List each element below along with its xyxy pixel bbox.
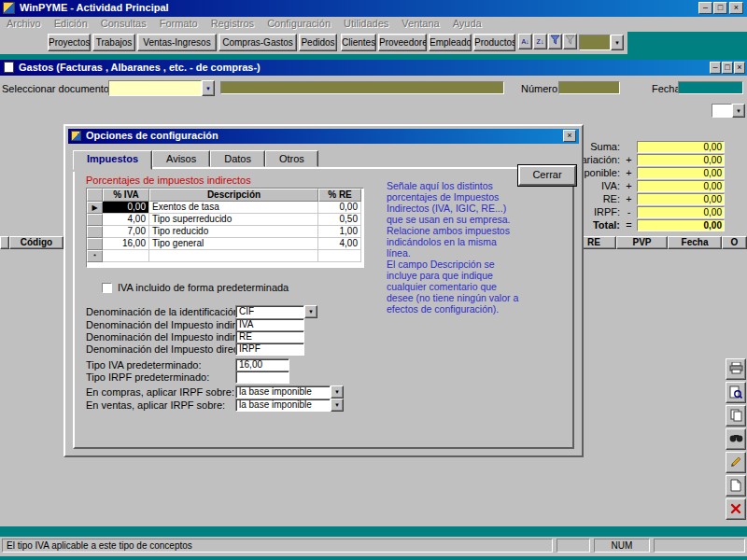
cell-descripcion[interactable]: Tipo general [149, 238, 318, 250]
tab-impuestos[interactable]: Impuestos [73, 150, 152, 170]
tab-avisos[interactable]: Avisos [152, 150, 210, 167]
sort-ascending-icon[interactable]: A↓ [518, 34, 532, 49]
field-input[interactable]: RE [235, 330, 304, 343]
menu-item-ventana[interactable]: Ventana [395, 17, 445, 30]
tax-row[interactable]: 4,00Tipo superreducido0,50 [87, 214, 363, 226]
field-denominacion-del-impuesto-directo[interactable]: IRPF [235, 343, 304, 356]
toolbar-button-pedidos[interactable]: Pedidos [299, 34, 337, 51]
cell-iva[interactable]: 16,00 [103, 238, 149, 250]
toolbar-combo[interactable]: ▼ [579, 35, 624, 50]
field-en-ventas-aplicar-irpf-sobre[interactable]: la base imponible▼ [235, 399, 344, 412]
child-minimize-button[interactable]: – [710, 62, 721, 74]
document-combo-value[interactable] [108, 80, 202, 96]
toolbar-button-trabajos[interactable]: Trabajos [92, 34, 135, 51]
tax-row[interactable]: 7,00Tipo reducido1,00 [87, 226, 363, 238]
delete-button[interactable] [726, 498, 746, 520]
sort-descending-icon[interactable]: Z↓ [533, 34, 547, 49]
menu-item-configuracion[interactable]: Configuración [261, 17, 337, 30]
field-input[interactable] [235, 371, 289, 384]
menu-item-ayuda[interactable]: Ayuda [446, 17, 488, 30]
field-input[interactable]: CIF [235, 305, 304, 318]
toolbar-button-empleados[interactable]: Empleados [429, 34, 472, 51]
cell-empty[interactable] [103, 250, 149, 262]
document-combo[interactable]: ▼ [108, 80, 215, 96]
cell-descripcion[interactable]: Tipo reducido [149, 226, 318, 238]
field-input[interactable]: IVA [235, 318, 304, 331]
menu-item-formato[interactable]: Formato [153, 17, 204, 30]
preview-button[interactable] [726, 382, 746, 403]
search-button[interactable] [726, 428, 746, 450]
toolbar-button-compras-gastos[interactable]: Compras-Gastos [218, 34, 297, 51]
toolbar-combo-value[interactable] [579, 35, 611, 50]
filter-remove-icon[interactable] [563, 34, 577, 49]
grid-col-fecha: Fecha [668, 236, 722, 249]
cell-descripcion[interactable]: Tipo superreducido [149, 214, 318, 226]
new-row-icon[interactable]: * [87, 250, 103, 262]
cell-re[interactable]: 0,00 [318, 202, 361, 214]
edit-button[interactable] [726, 452, 746, 473]
tab-datos[interactable]: Datos [210, 150, 265, 167]
row-selector[interactable] [87, 238, 103, 250]
tax-row[interactable]: ▶0,00Exentos de tasa0,00 [87, 202, 363, 214]
menu-item-registros[interactable]: Registros [204, 17, 261, 30]
dialog-close-icon[interactable]: × [563, 130, 576, 142]
total-field: 0,00 [637, 180, 725, 192]
copy-button[interactable] [726, 405, 746, 427]
field-denominacion-del-impuesto-indirecto-2[interactable]: RE [235, 330, 304, 343]
cerrar-button[interactable]: Cerrar [518, 165, 576, 186]
menu-item-edicion[interactable]: Edición [48, 17, 94, 30]
field-denominacion-de-la-identificacion-fiscal[interactable]: CIF▼ [235, 305, 317, 318]
chevron-down-icon[interactable]: ▼ [331, 399, 344, 412]
field-input[interactable]: la base imponible [235, 385, 331, 399]
field-input[interactable]: la base imponible [235, 399, 331, 412]
child-restore-button[interactable]: □ [722, 62, 733, 74]
document-icon [4, 62, 14, 73]
chevron-down-icon[interactable]: ▼ [732, 104, 745, 118]
field-tipo-irpf-predeterminado[interactable] [235, 371, 289, 384]
iva-included-checkbox[interactable]: IVA incluido de forma predeterminada [102, 282, 289, 293]
toolbar-button-productos[interactable]: Productos [473, 34, 515, 51]
chevron-down-icon[interactable]: ▼ [331, 385, 344, 399]
field-en-compras-aplicar-irpf-sobre[interactable]: la base imponible▼ [235, 385, 344, 399]
chevron-down-icon[interactable]: ▼ [611, 35, 624, 50]
cell-iva[interactable]: 7,00 [103, 226, 149, 238]
print-button[interactable] [726, 358, 746, 380]
cell-empty[interactable] [318, 250, 361, 262]
field-tipo-iva-predeterminado[interactable]: 16,00 [235, 358, 289, 371]
close-button[interactable]: × [729, 2, 743, 14]
checkbox-box[interactable] [102, 283, 112, 293]
maximize-button[interactable]: □ [713, 2, 727, 14]
cell-descripcion[interactable]: Exentos de tasa [149, 202, 318, 214]
toolbar-button-clientes[interactable]: Clientes [341, 34, 376, 51]
new-button[interactable] [726, 475, 746, 497]
secondary-combo-value[interactable] [712, 104, 732, 118]
cell-iva[interactable]: 4,00 [103, 214, 149, 226]
toolbar-button-ventas-ingresos[interactable]: Ventas-Ingresos [137, 34, 217, 51]
cell-re[interactable]: 0,50 [318, 214, 361, 226]
menu-item-archivo[interactable]: Archivo [0, 17, 48, 30]
field-input[interactable]: IRPF [235, 343, 304, 356]
menu-item-utilidades[interactable]: Utilidades [337, 17, 395, 30]
minimize-button[interactable]: – [698, 2, 712, 14]
cell-re[interactable]: 4,00 [318, 238, 361, 250]
menu-item-consultas[interactable]: Consultas [94, 17, 153, 30]
current-row-icon[interactable]: ▶ [87, 202, 103, 214]
child-close-button[interactable]: × [734, 62, 745, 74]
toolbar-button-proyectos[interactable]: Proyectos [48, 34, 91, 51]
toolbar-button-proveedores[interactable]: Proveedores [378, 34, 427, 51]
field-input[interactable]: 16,00 [235, 358, 289, 371]
row-selector[interactable] [87, 226, 103, 238]
tax-table[interactable]: % IVA Descripción % RE ▶0,00Exentos de t… [86, 188, 364, 268]
cell-empty[interactable] [149, 250, 318, 262]
cell-iva[interactable]: 0,00 [103, 202, 149, 214]
tab-otros[interactable]: Otros [265, 150, 318, 167]
row-selector[interactable] [87, 214, 103, 226]
chevron-down-icon[interactable]: ▼ [304, 305, 317, 318]
tax-row[interactable]: 16,00Tipo general4,00 [87, 238, 363, 250]
tax-new-row[interactable]: * [87, 250, 363, 262]
field-denominacion-del-impuesto-indirecto-1[interactable]: IVA [235, 318, 304, 331]
chevron-down-icon[interactable]: ▼ [202, 80, 215, 96]
secondary-combo[interactable]: ▼ [712, 104, 745, 118]
cell-re[interactable]: 1,00 [318, 226, 361, 238]
filter-icon[interactable] [548, 34, 562, 49]
